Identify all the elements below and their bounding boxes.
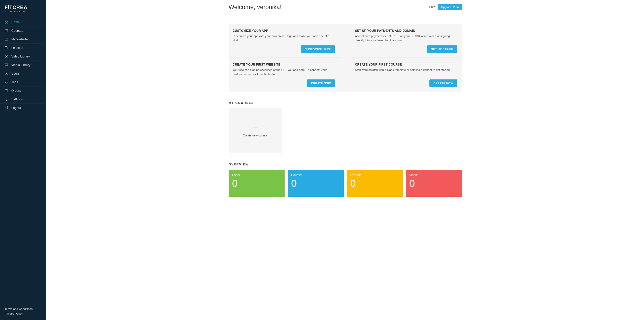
sidebar-item-label: Orders [11,89,21,93]
stat-label: Lessons [350,173,399,177]
stat-label: Users [232,173,281,177]
setup-card-customize-app: CUSTOMIZE YOUR APP Customize your app wi… [229,24,340,58]
page-header: Welcome, veronika! Free Upgrade Plan [229,0,462,13]
sidebar-item-website[interactable]: My Website [0,35,46,43]
sidebar-item-label: Users [11,72,20,75]
sidebar-item-media-library[interactable]: Media Library [0,61,46,69]
sidebar-item-label: Video Library [11,55,30,58]
sidebar-item-home[interactable]: Home [0,18,46,26]
stat-value: 0 [232,178,281,188]
stat-card-users: Users 0 [229,170,285,197]
sidebar-item-logout[interactable]: Logout [0,104,46,112]
sidebar-footer: Terms and Conditions Privacy Policy [0,304,46,320]
brand-tagline: FIT FOR CREATORS [5,11,42,13]
lessons-icon [5,46,8,50]
create-course-label: Create new course [243,134,267,137]
svg-point-8 [6,72,7,74]
upgrade-plan-button[interactable]: Upgrade Plan [438,4,462,10]
sidebar-item-label: Home [11,20,20,24]
create-website-button[interactable]: CREATE NOW [307,79,335,87]
sidebar-item-label: Tags [11,80,18,84]
setup-card-desc: Accept card payments via STRIPE on your … [355,34,457,42]
page-title: Welcome, veronika! [229,4,282,11]
svg-rect-10 [5,90,8,92]
create-course-button[interactable]: CREATE NOW [429,79,457,87]
orders-icon [5,89,8,93]
overview-grid: Users 0 Courses 0 Lessons 0 Videos 0 [229,170,462,197]
setup-cards: CUSTOMIZE YOUR APP Customize your app wi… [229,24,462,92]
stat-card-courses: Courses 0 [288,170,344,197]
my-courses-title: MY COURSES [229,101,462,105]
svg-rect-0 [5,30,8,32]
plus-icon [252,124,259,131]
video-icon [5,54,8,58]
sidebar-item-video-library[interactable]: Video Library [0,52,46,61]
setup-card-website: CREATE YOUR FIRST WEBSITE Your site can … [229,58,340,91]
settings-icon [5,97,8,101]
sidebar-item-courses[interactable]: Courses [0,26,46,35]
logout-icon [5,106,8,110]
logo[interactable]: FiTCREA FIT FOR CREATORS [0,0,46,18]
setup-card-title: CUSTOMIZE YOUR APP [233,29,335,33]
create-new-course-card[interactable]: Create new course [229,108,282,153]
sidebar-item-settings[interactable]: Settings [0,95,46,103]
sidebar-nav: Home Courses My Website Lessons Video Li… [0,18,46,304]
stat-value: 0 [409,178,458,188]
stat-label: Courses [291,173,340,177]
website-icon [5,37,8,41]
home-icon [5,20,8,24]
sidebar-item-label: Settings [11,98,23,101]
svg-point-9 [6,81,6,82]
setup-card-payments: SET UP YOUR PAYMENTS AND DOMAIN Accept c… [351,24,462,58]
setup-card-desc: Customize your app with your own colors,… [233,34,335,42]
stat-card-lessons: Lessons 0 [347,170,403,197]
sidebar-item-lessons[interactable]: Lessons [0,44,46,52]
stat-value: 0 [291,178,340,188]
setup-card-course: CREATE YOUR FIRST COURSE Start from scra… [351,58,462,91]
setup-card-title: CREATE YOUR FIRST COURSE [355,63,457,66]
tags-icon [5,80,8,84]
setup-card-title: CREATE YOUR FIRST WEBSITE [233,63,335,66]
svg-point-7 [6,64,6,65]
plan-label: Free [429,5,435,9]
sidebar-item-orders[interactable]: Orders [0,86,46,95]
sidebar: FiTCREA FIT FOR CREATORS Home Courses My… [0,0,46,320]
sidebar-item-label: Logout [11,106,21,110]
sidebar-item-label: Media Library [11,63,30,67]
setup-card-title: SET UP YOUR PAYMENTS AND DOMAIN [355,29,457,33]
svg-rect-3 [5,38,8,40]
sidebar-item-tags[interactable]: Tags [0,78,46,86]
setup-stripe-button[interactable]: SET UP STRIPE [427,45,457,53]
stat-card-videos: Videos 0 [406,170,462,197]
overview-title: OVERVIEW [229,163,462,166]
setup-card-desc: Your site can also be accessed at the UR… [233,68,335,76]
customize-here-button[interactable]: CUSTOMIZE HERE [301,45,335,53]
sidebar-item-label: Lessons [11,46,23,50]
sidebar-item-label: Courses [11,29,23,33]
stat-value: 0 [350,178,399,188]
terms-link[interactable]: Terms and Conditions [5,307,42,311]
users-icon [5,72,8,75]
header-right: Free Upgrade Plan [429,4,462,10]
main-content: Welcome, veronika! Free Upgrade Plan CUS… [46,0,644,320]
sidebar-item-users[interactable]: Users [0,69,46,78]
svg-point-11 [6,99,7,100]
courses-icon [5,29,8,33]
media-icon [5,63,8,67]
stat-label: Videos [409,173,458,177]
svg-rect-6 [5,64,8,66]
brand-name: FiTCREA [5,5,42,10]
sidebar-item-label: My Website [11,38,28,41]
setup-card-desc: Start from scratch with a blank template… [355,68,457,72]
privacy-link[interactable]: Privacy Policy [5,311,42,316]
